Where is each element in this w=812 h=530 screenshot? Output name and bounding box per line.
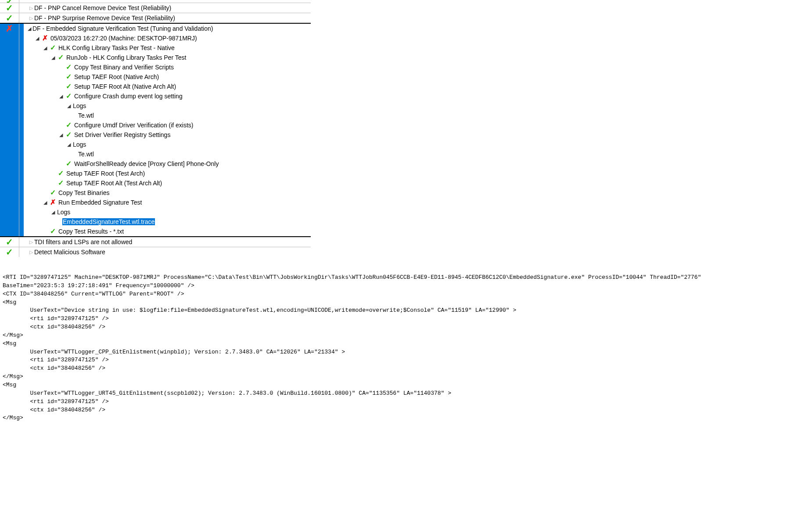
pass-icon: ✓ xyxy=(6,4,13,12)
test-label: DF - PNP Surprise Remove Device Test (Re… xyxy=(34,14,175,22)
tree-node[interactable]: ◢ ✗ Run Embedded Signature Test xyxy=(0,198,311,207)
tree-node[interactable]: ✓ Copy Test Binary and Verifier Scripts xyxy=(0,62,311,72)
tree-node[interactable]: ◢ ✓ Configure Crash dump event log setti… xyxy=(0,91,311,101)
tree-node[interactable]: ✓ Copy Test Binaries xyxy=(0,188,311,198)
tree-node[interactable]: ◢ ✗ 05/03/2023 16:27:20 (Machine: DESKTO… xyxy=(0,33,311,43)
pass-icon: ✓ xyxy=(66,73,72,80)
log-file: Te.wtl xyxy=(78,112,94,119)
collapse-icon[interactable]: ◢ xyxy=(26,26,32,32)
test-row[interactable]: ✓ ▷ DF - PNP Cancel Remove Device Test (… xyxy=(0,3,311,13)
fail-icon: ✗ xyxy=(42,35,48,42)
node-label: Configure Crash dump event log setting xyxy=(74,93,183,100)
pass-icon: ✓ xyxy=(66,160,72,167)
collapse-icon[interactable]: ◢ xyxy=(42,200,48,206)
tree-node[interactable]: ✓ Setup TAEF Root Alt (Test Arch Alt) xyxy=(0,178,311,188)
tree-node[interactable]: ✓ Setup TAEF Root (Native Arch) xyxy=(0,72,311,82)
pass-icon: ✓ xyxy=(6,14,13,22)
node-label: Configure Umdf Driver Verification (if e… xyxy=(74,122,194,129)
tree-node[interactable]: ◢ ✓ Set Driver Verifier Registry Setting… xyxy=(0,130,311,140)
tree-node[interactable]: ◢ ✓ HLK Config Library Tasks Per Test - … xyxy=(0,43,311,53)
test-label: Detect Malicious Software xyxy=(34,249,105,256)
pass-icon: ✓ xyxy=(66,122,72,129)
pass-icon: ✓ xyxy=(50,44,56,51)
fail-icon: ✗ xyxy=(50,199,56,206)
pass-icon: ✓ xyxy=(50,189,56,196)
log-output[interactable]: <RTI ID="3289747125" Machine="DESKTOP-98… xyxy=(0,272,812,424)
pass-icon: ✓ xyxy=(6,0,13,3)
collapse-icon[interactable]: ◢ xyxy=(66,103,72,109)
tree-node-highlighted[interactable]: EmbeddedSignatureTest.wtl.trace xyxy=(0,217,311,227)
test-row-selected[interactable]: ✗ ◢ DF - Embedded Signature Verification… xyxy=(0,24,311,33)
node-label: Logs xyxy=(73,141,86,148)
collapse-icon[interactable]: ◢ xyxy=(50,55,56,61)
tree-node[interactable]: ✓ Setup TAEF Root (Test Arch) xyxy=(0,169,311,178)
test-tree: ✓ ▷ DF - SimpleIO stress test with IO pr… xyxy=(0,0,311,257)
tree-node[interactable]: ◢ Logs xyxy=(0,207,311,217)
pass-icon: ✓ xyxy=(66,64,72,71)
test-label: DF - PNP Cancel Remove Device Test (Reli… xyxy=(34,4,171,11)
node-label: Setup TAEF Root Alt (Native Arch Alt) xyxy=(74,83,176,90)
pass-icon: ✓ xyxy=(6,248,13,256)
node-label: Copy Test Binary and Verifier Scripts xyxy=(74,64,174,71)
node-label: RunJob - HLK Config Library Tasks Per Te… xyxy=(66,54,186,61)
collapse-icon[interactable]: ◢ xyxy=(34,36,40,41)
node-label: Set Driver Verifier Registry Settings xyxy=(74,131,170,138)
test-row[interactable]: ✓ ▷ Detect Malicious Software xyxy=(0,247,311,257)
tree-node[interactable]: ◢ ✓ RunJob - HLK Config Library Tasks Pe… xyxy=(0,53,311,62)
pass-icon: ✓ xyxy=(66,83,72,90)
collapse-icon[interactable]: ◢ xyxy=(50,209,56,215)
test-row[interactable]: ✓ ▷ TDI filters and LSPs are not allowed xyxy=(0,237,311,247)
tree-node[interactable]: ◢ Logs xyxy=(0,140,311,149)
log-file: Te.wtl xyxy=(78,151,94,158)
pass-icon: ✓ xyxy=(66,93,72,100)
expand-icon[interactable]: ▷ xyxy=(28,239,34,245)
node-label: Setup TAEF Root (Test Arch) xyxy=(66,170,145,177)
test-label: TDI filters and LSPs are not allowed xyxy=(34,238,132,245)
tree-node[interactable]: ✓ Setup TAEF Root Alt (Native Arch Alt) xyxy=(0,82,311,91)
node-label: Setup TAEF Root Alt (Test Arch Alt) xyxy=(66,180,162,187)
pass-icon: ✓ xyxy=(58,180,64,187)
tree-node[interactable]: ✓ WaitForShellReady device [Proxy Client… xyxy=(0,159,311,169)
collapse-icon[interactable]: ◢ xyxy=(58,132,64,138)
pass-icon: ✓ xyxy=(58,170,64,177)
test-label: DF - Embedded Signature Verification Tes… xyxy=(32,25,213,32)
expand-icon[interactable]: ▷ xyxy=(28,15,34,21)
log-file-selected: EmbeddedSignatureTest.wtl.trace xyxy=(62,218,155,225)
pass-icon: ✓ xyxy=(66,131,72,138)
node-label: HLK Config Library Tasks Per Test - Nati… xyxy=(58,44,175,51)
expand-icon[interactable]: ▷ xyxy=(28,5,34,11)
node-label: Run Embedded Signature Test xyxy=(58,199,142,206)
test-row[interactable]: ✓ ▷ DF - SimpleIO stress test with IO pr… xyxy=(0,0,311,3)
tree-node[interactable]: ✓ Configure Umdf Driver Verification (if… xyxy=(0,120,311,130)
tree-node[interactable]: Te.wtl xyxy=(0,111,311,120)
test-label: DF - SimpleIO stress test with IO proces… xyxy=(34,2,211,3)
pass-icon: ✓ xyxy=(50,228,56,235)
test-row[interactable]: ✓ ▷ DF - PNP Surprise Remove Device Test… xyxy=(0,13,311,24)
tree-node[interactable]: Te.wtl xyxy=(0,149,311,159)
node-label: WaitForShellReady device [Proxy Client] … xyxy=(74,160,219,167)
tree-node[interactable]: ✓ Copy Test Results - *.txt xyxy=(0,227,311,237)
collapse-icon[interactable]: ◢ xyxy=(66,142,72,148)
tree-node[interactable]: ◢ Logs xyxy=(0,101,311,111)
node-label: Setup TAEF Root (Native Arch) xyxy=(74,73,159,80)
collapse-icon[interactable]: ◢ xyxy=(58,94,64,99)
collapse-icon[interactable]: ◢ xyxy=(42,45,48,51)
pass-icon: ✓ xyxy=(6,238,13,246)
fail-icon: ✗ xyxy=(6,24,13,33)
node-label: Logs xyxy=(57,209,70,216)
node-label: Logs xyxy=(73,102,86,109)
expand-icon[interactable]: ▷ xyxy=(28,249,34,255)
pass-icon: ✓ xyxy=(58,54,64,61)
node-label: Copy Test Binaries xyxy=(58,189,109,196)
node-label: Copy Test Results - *.txt xyxy=(58,228,124,235)
node-label: 05/03/2023 16:27:20 (Machine: DESKTOP-98… xyxy=(50,35,197,42)
